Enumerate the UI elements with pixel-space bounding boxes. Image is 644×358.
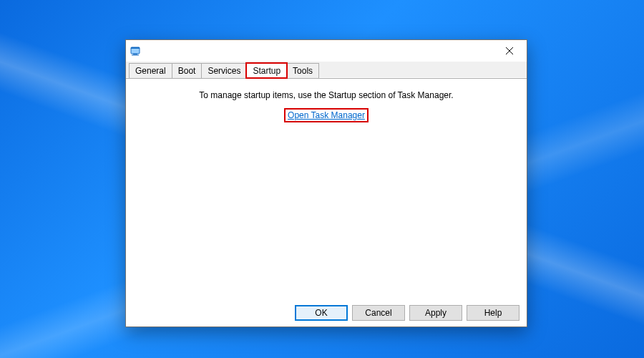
ok-button[interactable]: OK	[295, 305, 348, 321]
svg-rect-2	[133, 54, 137, 55]
startup-tab-panel: To manage startup items, use the Startup…	[126, 78, 527, 326]
open-task-manager-link[interactable]: Open Task Manager	[286, 110, 366, 121]
titlebar-left	[130, 45, 142, 57]
close-icon	[506, 47, 513, 54]
startup-instruction-text: To manage startup items, use the Startup…	[126, 90, 527, 100]
desktop-wallpaper: General Boot Services Startup Tools To m…	[0, 0, 644, 358]
titlebar	[126, 40, 527, 62]
help-button[interactable]: Help	[467, 305, 519, 321]
window-close-button[interactable]	[494, 41, 525, 61]
svg-rect-1	[131, 47, 140, 49]
tab-boot[interactable]: Boot	[172, 63, 203, 78]
svg-rect-3	[132, 55, 139, 56]
open-task-manager-wrap: Open Task Manager	[126, 110, 527, 120]
tab-tools[interactable]: Tools	[286, 63, 319, 78]
tab-strip: General Boot Services Startup Tools	[126, 62, 527, 78]
cancel-button[interactable]: Cancel	[352, 305, 405, 321]
msconfig-window: General Boot Services Startup Tools To m…	[125, 39, 527, 327]
tab-startup[interactable]: Startup	[246, 63, 287, 78]
app-icon	[130, 45, 142, 57]
dialog-button-row: OK Cancel Apply Help	[126, 305, 527, 321]
open-task-manager-callout: Open Task Manager	[286, 110, 366, 120]
apply-button[interactable]: Apply	[409, 305, 462, 321]
tab-services[interactable]: Services	[201, 63, 247, 78]
tab-general[interactable]: General	[129, 63, 172, 78]
